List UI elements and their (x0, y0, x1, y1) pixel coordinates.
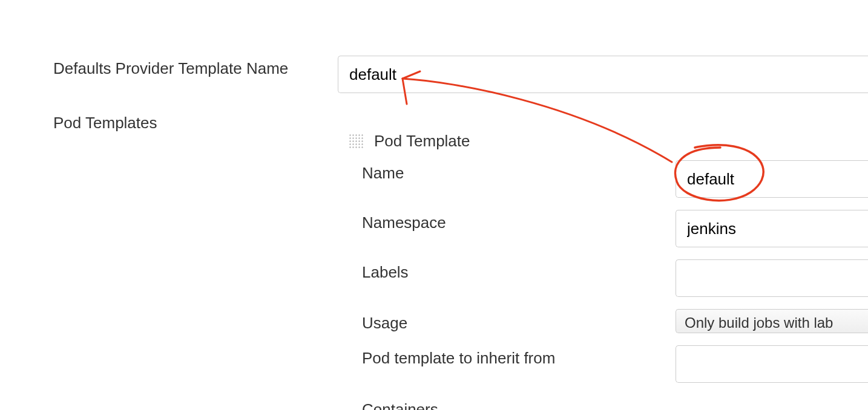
pod-templates-section-label: Pod Templates (53, 114, 157, 132)
pod-inherit-row: Pod template to inherit from (349, 345, 868, 383)
pod-usage-label: Usage (349, 310, 676, 333)
pod-namespace-input[interactable] (676, 210, 868, 247)
defaults-provider-input[interactable] (338, 56, 868, 93)
pod-labels-input[interactable] (676, 259, 868, 297)
pod-name-label: Name (349, 160, 676, 183)
drag-handle-icon[interactable] (349, 134, 364, 149)
pod-labels-row: Labels (349, 259, 868, 297)
pod-namespace-label: Namespace (349, 210, 676, 232)
defaults-provider-row: Defaults Provider Template Name (0, 56, 868, 78)
pod-containers-label: Containers (362, 400, 438, 410)
pod-name-input[interactable] (676, 160, 868, 198)
pod-inherit-label: Pod template to inherit from (349, 345, 676, 368)
pod-namespace-row: Namespace (349, 210, 868, 247)
pod-template-header: Pod Template (349, 132, 868, 151)
pod-labels-label: Labels (349, 259, 676, 282)
pod-template-block: Pod Template Name Namespace Labels Usage… (349, 132, 868, 395)
defaults-provider-label: Defaults Provider Template Name (0, 56, 339, 78)
pod-usage-select[interactable]: Only build jobs with lab (676, 309, 868, 333)
pod-template-title: Pod Template (374, 132, 470, 151)
pod-usage-row: Usage Only build jobs with lab (349, 309, 868, 333)
pod-name-row: Name (349, 160, 868, 198)
pod-inherit-input[interactable] (676, 345, 868, 383)
